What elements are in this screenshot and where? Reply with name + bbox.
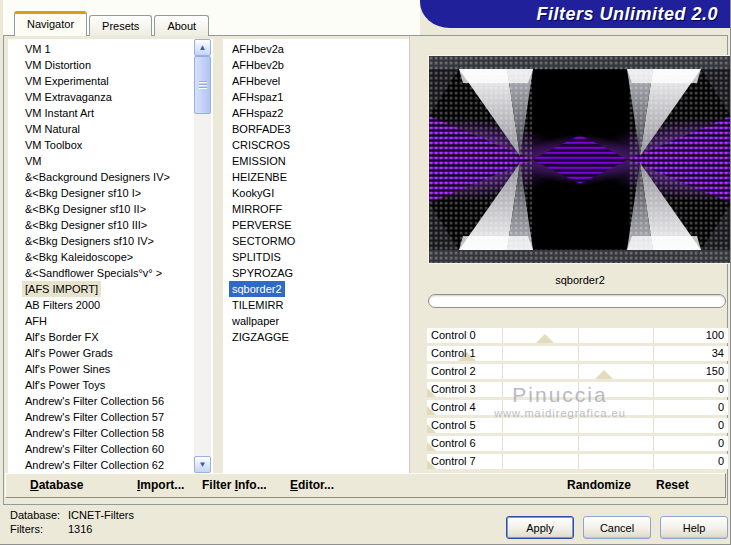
apply-button[interactable]: Apply xyxy=(506,516,574,539)
control-value: 0 xyxy=(718,419,724,431)
control-value: 100 xyxy=(706,329,724,341)
preview-panel: sqborder2 Control 0100Control 134Control… xyxy=(409,36,729,473)
filter-item[interactable]: AFHspaz1 xyxy=(229,89,286,105)
category-item[interactable]: AFH xyxy=(22,313,50,329)
category-item[interactable]: Alf's Power Toys xyxy=(22,377,108,393)
category-item[interactable]: Alf's Border FX xyxy=(22,329,102,345)
control-label: Control 0 xyxy=(431,329,476,341)
category-item[interactable]: &<Background Designers IV> xyxy=(22,169,173,185)
category-scrollbar[interactable]: ▲ ▼ xyxy=(194,39,211,473)
filter-item[interactable]: AFHbev2b xyxy=(229,57,287,73)
filter-item[interactable]: SECTORMO xyxy=(229,233,298,249)
control-label: Control 4 xyxy=(431,401,476,413)
filter-list: AFHbev2aAFHbev2bAFHbevelAFHspaz1AFHspaz2… xyxy=(223,39,409,473)
control-label: Control 2 xyxy=(431,365,476,377)
category-item[interactable]: [AFS IMPORT] xyxy=(22,281,101,297)
navigator-page: ▲ ▼ VM 1VM DistortionVM ExperimentalVM E… xyxy=(3,35,728,505)
filter-item[interactable]: HEIZENBE xyxy=(229,169,290,185)
tab-navigator[interactable]: Navigator xyxy=(14,11,87,36)
category-item[interactable]: &<Bkg Designer sf10 I> xyxy=(22,185,144,201)
scrollbar-thumb[interactable] xyxy=(194,56,211,114)
category-item[interactable]: Andrew's Filter Collection 62 xyxy=(22,457,167,473)
filter-item[interactable]: SPLITDIS xyxy=(229,249,284,265)
category-item[interactable]: VM Extravaganza xyxy=(22,89,115,105)
filter-item[interactable]: wallpaper xyxy=(229,313,282,329)
filter-item[interactable]: KookyGI xyxy=(229,185,277,201)
control-row: Control 60 xyxy=(427,436,728,451)
category-item[interactable]: Andrew's Filter Collection 60 xyxy=(22,441,167,457)
category-item[interactable]: VM Distortion xyxy=(22,57,94,73)
selected-filter-name: sqborder2 xyxy=(428,274,731,286)
category-item[interactable]: Alf's Power Grads xyxy=(22,345,116,361)
control-row: Control 70 xyxy=(427,454,728,469)
title-banner: Filters Unlimited 2.0 xyxy=(420,0,731,28)
help-button[interactable]: Help xyxy=(660,516,728,539)
category-item[interactable]: &<Bkg Designers sf10 IV> xyxy=(22,233,157,249)
filter-item[interactable]: AFHspaz2 xyxy=(229,105,286,121)
control-value: 0 xyxy=(718,455,724,467)
category-item[interactable]: Andrew's Filter Collection 56 xyxy=(22,393,167,409)
filter-info-button[interactable]: Filter Info... xyxy=(202,478,267,492)
randomize-button[interactable]: Randomize xyxy=(567,478,631,492)
category-item[interactable]: VM Toolbox xyxy=(22,137,85,153)
category-item[interactable]: VM Instant Art xyxy=(22,105,97,121)
import-button[interactable]: Import... xyxy=(137,478,184,492)
control-row: Control 2150 xyxy=(427,364,728,379)
filter-item[interactable]: EMISSION xyxy=(229,153,289,169)
filter-item[interactable]: BORFADE3 xyxy=(229,121,294,137)
preview-image xyxy=(428,55,731,264)
thumb-grip-icon xyxy=(199,81,207,90)
editor-button[interactable]: Editor... xyxy=(290,478,334,492)
filter-item[interactable]: AFHbevel xyxy=(229,73,283,89)
control-label: Control 3 xyxy=(431,383,476,395)
slider-marker-icon[interactable] xyxy=(595,370,613,379)
database-status-label: Database: xyxy=(10,509,60,521)
category-item[interactable]: &<Bkg Kaleidoscope> xyxy=(22,249,136,265)
category-item[interactable]: VM Experimental xyxy=(22,73,112,89)
category-item[interactable]: &<Bkg Designer sf10 III> xyxy=(22,217,150,233)
category-item[interactable]: &<Sandflower Specials°v° > xyxy=(22,265,165,281)
filter-preview-art xyxy=(429,56,731,263)
filter-item[interactable]: TILEMIRR xyxy=(229,297,286,313)
cancel-button[interactable]: Cancel xyxy=(583,516,651,539)
filter-item[interactable]: sqborder2 xyxy=(229,281,285,297)
control-row: Control 0100 xyxy=(427,328,728,343)
filter-item[interactable]: PERVERSE xyxy=(229,217,295,233)
category-item[interactable]: Andrew's Filter Collection 57 xyxy=(22,409,167,425)
tab-presets[interactable]: Presets xyxy=(89,15,152,36)
filters-unlimited-dialog: Filters Unlimited 2.0 Navigator Presets … xyxy=(0,0,731,545)
control-row: Control 50 xyxy=(427,418,728,433)
filter-item[interactable]: AFHbev2a xyxy=(229,41,287,57)
filter-item[interactable]: CRISCROS xyxy=(229,137,293,153)
control-row: Control 40 xyxy=(427,400,728,415)
category-item[interactable]: VM xyxy=(22,153,45,169)
category-item[interactable]: Andrew's Filter Collection 58 xyxy=(22,425,167,441)
category-item[interactable]: VM 1 xyxy=(22,41,54,57)
filter-item[interactable]: MIRROFF xyxy=(229,201,285,217)
control-value: 0 xyxy=(718,401,724,413)
filter-item[interactable]: ZIGZAGGE xyxy=(229,329,292,345)
control-row: Control 134 xyxy=(427,346,728,361)
filters-count-label: Filters: xyxy=(10,523,43,535)
control-rows: Control 0100Control 134Control 2150Contr… xyxy=(427,328,728,472)
category-item[interactable]: VM Natural xyxy=(22,121,83,137)
category-item[interactable]: AB Filters 2000 xyxy=(22,297,103,313)
database-button[interactable]: Database xyxy=(30,478,83,492)
scroll-up-icon[interactable]: ▲ xyxy=(194,39,211,56)
progress-bar xyxy=(428,294,726,308)
filter-item[interactable]: SPYROZAG xyxy=(229,265,296,281)
tab-bar: Navigator Presets About xyxy=(14,11,211,36)
category-item[interactable]: &<BKg Designer sf10 II> xyxy=(22,201,149,217)
control-value: 34 xyxy=(712,347,724,359)
tab-about[interactable]: About xyxy=(154,15,209,36)
scroll-down-icon[interactable]: ▼ xyxy=(194,456,211,473)
control-value: 0 xyxy=(718,437,724,449)
slider-marker-icon[interactable] xyxy=(536,334,554,343)
control-value: 150 xyxy=(706,365,724,377)
reset-button[interactable]: Reset xyxy=(656,478,689,492)
app-title: Filters Unlimited 2.0 xyxy=(536,4,718,25)
category-item[interactable]: Alf's Power Sines xyxy=(22,361,113,377)
control-label: Control 6 xyxy=(431,437,476,449)
control-value: 0 xyxy=(718,383,724,395)
control-row: Control 30 xyxy=(427,382,728,397)
